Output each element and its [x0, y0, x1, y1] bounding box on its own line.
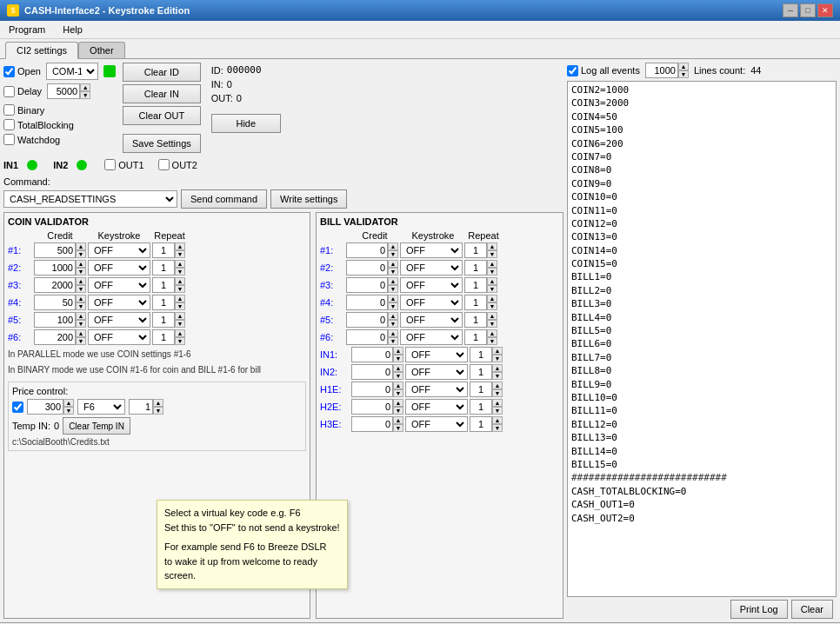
bill-credit-up[interactable]: ▲ — [388, 295, 398, 302]
bill-credit-up[interactable]: ▲ — [388, 312, 398, 320]
bill-extra-up[interactable]: ▲ — [393, 416, 403, 424]
coin-repeat-down[interactable]: ▼ — [175, 302, 185, 310]
bill-credit-input[interactable] — [346, 312, 388, 328]
coin-repeat-down[interactable]: ▼ — [175, 337, 185, 345]
price-enabled[interactable] — [12, 402, 23, 413]
coin-credit-input[interactable] — [34, 277, 76, 293]
bill-extra-down[interactable]: ▼ — [393, 355, 403, 362]
bill-credit-up[interactable]: ▲ — [388, 277, 398, 285]
coin-credit-input[interactable] — [34, 242, 76, 258]
bill-repeat-up[interactable]: ▲ — [487, 242, 497, 250]
close-window-button[interactable]: ✕ — [817, 3, 833, 17]
bill-repeat-down[interactable]: ▼ — [487, 285, 497, 293]
bill-extra-key[interactable]: OFFF1F6 — [405, 382, 468, 397]
menu-program[interactable]: Program — [3, 23, 50, 37]
bill-repeat-up[interactable]: ▲ — [487, 329, 497, 337]
coin-credit-up[interactable]: ▲ — [76, 277, 86, 285]
coin-credit-down[interactable]: ▼ — [76, 302, 86, 310]
totalblocking-checkbox[interactable] — [3, 119, 15, 130]
coin-repeat-input[interactable] — [152, 260, 175, 275]
log-all-checkbox[interactable] — [567, 65, 578, 76]
coin-credit-up[interactable]: ▲ — [76, 242, 86, 250]
coin-repeat-input[interactable] — [152, 295, 175, 310]
log-count-down[interactable]: ▼ — [678, 70, 689, 78]
bill-credit-down[interactable]: ▼ — [388, 302, 398, 310]
bill-repeat-input[interactable] — [464, 277, 487, 293]
clear-temp-in-button[interactable]: Clear Temp IN — [63, 417, 130, 435]
menu-help[interactable]: Help — [57, 23, 88, 37]
open-checkbox-label[interactable]: Open — [3, 66, 41, 77]
bill-key-select[interactable]: OFFF1F6 — [400, 242, 463, 258]
bill-extra-repeat-up[interactable]: ▲ — [492, 364, 503, 372]
bill-credit-input[interactable] — [346, 260, 388, 275]
bill-extra-repeat-down[interactable]: ▼ — [492, 389, 503, 397]
hide-button[interactable]: Hide — [211, 114, 281, 133]
bill-repeat-up[interactable]: ▲ — [487, 277, 497, 285]
bill-credit-down[interactable]: ▼ — [388, 250, 398, 258]
coin-credit-input[interactable] — [34, 260, 76, 275]
bill-repeat-input[interactable] — [464, 312, 487, 328]
bill-extra-down[interactable]: ▼ — [393, 407, 403, 415]
clear-out-button[interactable]: Clear OUT — [123, 106, 201, 125]
price-down[interactable]: ▼ — [63, 407, 74, 415]
price-repeat-up[interactable]: ▲ — [153, 399, 163, 407]
coin-repeat-down[interactable]: ▼ — [175, 285, 185, 293]
price-checkbox[interactable] — [12, 402, 23, 413]
bill-extra-down[interactable]: ▼ — [393, 389, 403, 397]
bill-extra-repeat-down[interactable]: ▼ — [492, 355, 503, 362]
bill-credit-up[interactable]: ▲ — [388, 260, 398, 268]
bill-extra-credit[interactable] — [351, 364, 393, 380]
delay-checkbox-label[interactable]: Delay — [3, 86, 42, 97]
bill-repeat-up[interactable]: ▲ — [487, 295, 497, 302]
bill-repeat-down[interactable]: ▼ — [487, 302, 497, 310]
coin-credit-down[interactable]: ▼ — [76, 285, 86, 293]
coin-credit-up[interactable]: ▲ — [76, 260, 86, 268]
coin-credit-input[interactable] — [34, 329, 76, 345]
out1-checkbox[interactable] — [104, 159, 116, 170]
bill-extra-repeat-up[interactable]: ▲ — [492, 347, 503, 355]
delay-down[interactable]: ▼ — [80, 91, 90, 99]
bill-extra-repeat[interactable] — [470, 364, 492, 380]
com-port-select[interactable]: COM-1COM-2COM-3 — [46, 63, 98, 80]
coin-credit-down[interactable]: ▼ — [76, 337, 86, 345]
bill-credit-up[interactable]: ▲ — [388, 242, 398, 250]
coin-key-select[interactable]: OFFF1F2F6 — [88, 329, 150, 345]
coin-repeat-input[interactable] — [152, 277, 175, 293]
bill-repeat-input[interactable] — [464, 260, 487, 275]
coin-repeat-input[interactable] — [152, 242, 175, 258]
bill-credit-down[interactable]: ▼ — [388, 285, 398, 293]
log-count-up[interactable]: ▲ — [678, 63, 689, 70]
command-select[interactable]: CASH_READSETTINGS CASH_TOTALBLOCKING — [3, 190, 177, 208]
bill-extra-down[interactable]: ▼ — [393, 372, 403, 380]
bill-repeat-input[interactable] — [464, 295, 487, 310]
bill-repeat-input[interactable] — [464, 329, 487, 345]
tab-other[interactable]: Other — [78, 42, 125, 58]
bill-extra-repeat-down[interactable]: ▼ — [492, 372, 503, 380]
price-value[interactable] — [27, 399, 63, 415]
coin-credit-up[interactable]: ▲ — [76, 312, 86, 320]
coin-repeat-up[interactable]: ▲ — [175, 295, 185, 302]
bill-repeat-down[interactable]: ▼ — [487, 337, 497, 345]
coin-credit-down[interactable]: ▼ — [76, 320, 86, 328]
log-count-input[interactable] — [645, 63, 678, 78]
price-up[interactable]: ▲ — [63, 399, 74, 407]
bill-repeat-down[interactable]: ▼ — [487, 320, 497, 328]
coin-key-select[interactable]: OFFF1F2F6 — [88, 242, 150, 258]
tab-ci2-settings[interactable]: CI2 settings — [5, 42, 78, 59]
coin-key-select[interactable]: OFFF1F2F6 — [88, 312, 150, 328]
coin-repeat-down[interactable]: ▼ — [175, 250, 185, 258]
out1-label[interactable]: OUT1 — [104, 159, 143, 170]
coin-repeat-up[interactable]: ▲ — [175, 260, 185, 268]
maximize-button[interactable]: □ — [800, 3, 816, 17]
write-settings-button[interactable]: Write settings — [270, 189, 347, 209]
coin-repeat-down[interactable]: ▼ — [175, 320, 185, 328]
coin-credit-input[interactable] — [34, 312, 76, 328]
bill-credit-input[interactable] — [346, 277, 388, 293]
print-log-button[interactable]: Print Log — [730, 600, 788, 619]
coin-key-select[interactable]: OFFF1F2F6 — [88, 277, 150, 293]
coin-credit-down[interactable]: ▼ — [76, 250, 86, 258]
clear-id-button[interactable]: Clear ID — [123, 63, 201, 82]
out2-checkbox[interactable] — [158, 159, 170, 170]
bill-credit-down[interactable]: ▼ — [388, 268, 398, 275]
bill-extra-credit[interactable] — [351, 382, 393, 397]
